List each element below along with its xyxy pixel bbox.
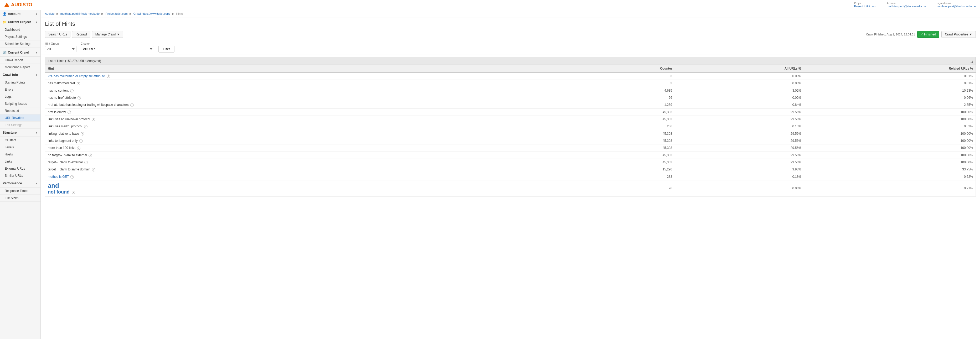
table-export-icon[interactable]: ⬚ — [969, 59, 973, 63]
table-row: has no content i 4,635 3.02% 10.23% — [45, 87, 976, 94]
filter-button[interactable]: Filter — [158, 46, 175, 52]
sidebar-crawl-info-header[interactable]: Crawl Info ▼ — [0, 71, 40, 79]
crawl-finished-info: Crawl Finished: Aug 1, 2024, 12:04:31 — [866, 33, 915, 36]
hint-info-icon[interactable]: i — [78, 96, 81, 100]
sidebar-item-levels[interactable]: Levels — [0, 144, 40, 151]
hint-info-icon[interactable]: i — [72, 191, 75, 194]
search-urls-button[interactable]: Search URLs — [45, 31, 70, 38]
hint-info-icon[interactable]: i — [77, 147, 80, 150]
table-row: more than 100 links i 45,303 29.56% 100.… — [45, 144, 976, 152]
hint-info-icon[interactable]: i — [84, 125, 88, 128]
all-urls-pct-cell: 0.02% — [675, 94, 804, 101]
counter-cell: 236 — [573, 123, 675, 130]
hint-cell: no target=_blank to external i — [45, 152, 573, 158]
related-urls-pct-cell: 100.00% — [804, 158, 975, 166]
sidebar-current-project-header[interactable]: 📁 Current Project ▼ — [0, 18, 40, 26]
hint-group-select[interactable]: All — [45, 46, 76, 52]
sidebar-item-external-urls[interactable]: External URLs — [0, 165, 40, 172]
sidebar-item-response-times[interactable]: Response Times — [0, 187, 40, 195]
toolbar: Search URLs Recrawl Manage Crawl ▼ Crawl… — [41, 29, 980, 40]
sidebar-external-urls-label: External URLs — [5, 167, 25, 170]
sidebar-url-rewrites-label: URL Rewrites — [5, 116, 24, 120]
table-row: href is empty i 45,303 29.56% 100.00% — [45, 108, 976, 116]
signed-in-value[interactable]: matthias.petri@4eck-media.de — [937, 5, 976, 8]
sidebar-crawl-icon: 🔄 — [3, 51, 6, 54]
hint-link[interactable]: and — [48, 182, 570, 189]
top-nav: AUDISTO Project Project tutkit.com Accou… — [0, 0, 980, 10]
sidebar-item-scripting-issues[interactable]: Scripting Issues — [0, 100, 40, 108]
table-row: target=_blank to same domain i 15,290 9.… — [45, 166, 976, 173]
related-urls-pct-cell: 100.00% — [804, 130, 975, 137]
layout: 👤 Account ▼ 📁 Current Project ▼ Dashboar… — [0, 10, 980, 339]
sep3: ▶ — [129, 12, 132, 15]
hint-link[interactable]: method is GET — [48, 175, 69, 179]
hint-info-icon[interactable]: i — [89, 154, 92, 157]
breadcrumb-crawl[interactable]: Crawl https://www.tutkit.com/ — [134, 12, 170, 15]
manage-crawl-button[interactable]: Manage Crawl ▼ — [92, 31, 123, 38]
sidebar-item-robots-txt[interactable]: Robots.txt — [0, 108, 40, 114]
sidebar-item-errors[interactable]: Errors — [0, 86, 40, 93]
sidebar-item-logs[interactable]: Logs — [0, 93, 40, 100]
breadcrumb-account[interactable]: matthias.petri@4eck-media.de — [60, 12, 100, 15]
hint-info-icon[interactable]: i — [107, 74, 110, 78]
hint-info-icon[interactable]: i — [92, 168, 95, 171]
sidebar-account-icon: 👤 — [3, 12, 6, 16]
related-urls-pct-cell: 0.52% — [804, 123, 975, 130]
account-value[interactable]: matthias.petri@4eck-media.de — [887, 5, 926, 8]
hint-info-icon[interactable]: i — [70, 175, 74, 179]
all-urls-pct-cell: 29.56% — [675, 130, 804, 137]
hint-group-filter: Hint Group All — [45, 42, 76, 52]
project-label: Project — [854, 2, 876, 5]
breadcrumb-audisto[interactable]: Audisto — [45, 12, 55, 15]
sidebar-file-sizes-label: File Sizes — [5, 196, 18, 200]
sidebar-item-clusters[interactable]: Clusters — [0, 137, 40, 144]
hint-info-icon[interactable]: i — [80, 139, 83, 143]
cluster-select[interactable]: All URLs — [81, 46, 154, 52]
project-nav-item: Project Project tutkit.com — [854, 2, 876, 8]
sidebar-item-similar-urls[interactable]: Similar URLs — [0, 172, 40, 179]
all-urls-pct-cell: 29.56% — [675, 152, 804, 158]
sidebar-item-crawl-report[interactable]: Crawl Report — [0, 57, 40, 64]
hint-cell: href attribute has leading or trailing w… — [45, 101, 573, 108]
recrawl-button[interactable]: Recrawl — [72, 31, 90, 38]
sidebar-item-hosts[interactable]: Hosts — [0, 151, 40, 158]
sep2: ▶ — [102, 12, 103, 15]
sidebar-item-dashboard[interactable]: Dashboard — [0, 26, 40, 33]
all-urls-pct-cell: 29.56% — [675, 137, 804, 144]
related-urls-pct-cell: 100.00% — [804, 108, 975, 116]
counter-cell: 3 — [573, 73, 675, 80]
counter-cell: 3 — [573, 80, 675, 87]
col-all-urls-pct: All URLs % — [675, 65, 804, 73]
breadcrumb-project[interactable]: Project tutkit.com — [105, 12, 127, 15]
hint-link[interactable]: <*> has malformed or empty src attribute — [48, 74, 105, 78]
hint-link[interactable]: not found — [48, 189, 70, 195]
sidebar-current-crawl-header[interactable]: 🔄 Current Crawl ▼ — [0, 49, 40, 57]
sidebar-item-links[interactable]: Links — [0, 158, 40, 165]
hint-info-icon[interactable]: i — [67, 111, 71, 114]
table-row: href attribute has leading or trailing w… — [45, 101, 976, 108]
crawl-chevron: ▼ — [35, 51, 38, 54]
project-value[interactable]: Project tutkit.com — [854, 5, 876, 8]
hint-info-icon[interactable]: i — [84, 161, 88, 164]
logo[interactable]: AUDISTO — [4, 2, 32, 8]
hint-info-icon[interactable]: i — [77, 82, 80, 86]
sidebar-item-scheduler-settings[interactable]: Scheduler Settings — [0, 40, 40, 48]
sidebar-performance-header[interactable]: Performance ▼ — [0, 179, 40, 187]
sidebar-item-url-rewrites[interactable]: URL Rewrites — [0, 114, 40, 122]
sidebar-item-project-settings[interactable]: Project Settings — [0, 33, 40, 40]
crawl-properties-button[interactable]: Crawl Properties ▼ — [941, 31, 976, 38]
sidebar-structure-label: Structure — [3, 131, 35, 135]
manage-crawl-label: Manage Crawl — [95, 33, 116, 36]
sidebar-item-file-sizes[interactable]: File Sizes — [0, 195, 40, 202]
finished-button[interactable]: ✓ Finished — [917, 31, 940, 38]
sidebar-item-monitoring-report[interactable]: Monitoring Report — [0, 64, 40, 71]
all-urls-pct-cell: 29.56% — [675, 144, 804, 152]
hint-info-icon[interactable]: i — [92, 118, 95, 121]
counter-cell: 45,303 — [573, 152, 675, 158]
sidebar-item-starting-points[interactable]: Starting Points — [0, 79, 40, 86]
sidebar-structure-header[interactable]: Structure ▼ — [0, 129, 40, 137]
hint-info-icon[interactable]: i — [81, 132, 84, 136]
hint-info-icon[interactable]: i — [70, 89, 73, 92]
hint-info-icon[interactable]: i — [130, 103, 134, 107]
sidebar-account-header[interactable]: 👤 Account ▼ — [0, 10, 40, 18]
